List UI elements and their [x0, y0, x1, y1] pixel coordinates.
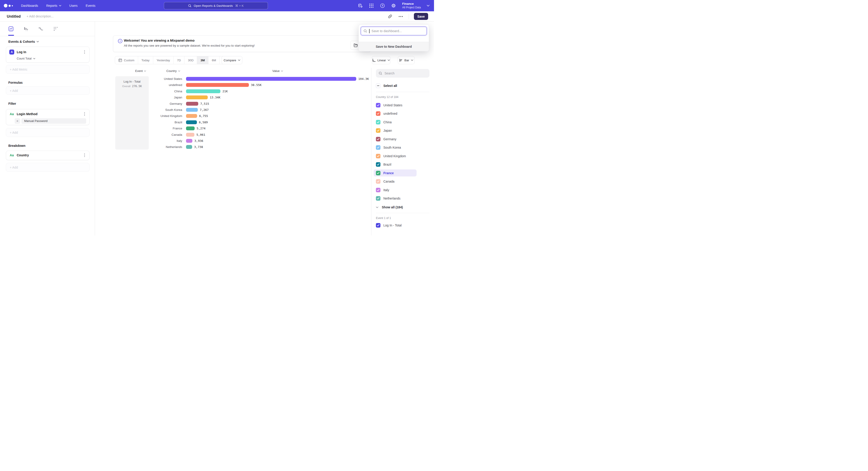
bar-segment[interactable]: [186, 145, 192, 149]
bar-segment[interactable]: [186, 114, 197, 118]
kebab-menu-icon[interactable]: [83, 112, 87, 116]
panel-search-input[interactable]: [384, 71, 423, 75]
add-metric-button[interactable]: + Add Metric: [6, 65, 90, 74]
events-cohorts-header[interactable]: Events & Cohorts: [8, 40, 39, 43]
panel-search-box[interactable]: [376, 69, 430, 78]
more-options-icon[interactable]: [398, 13, 404, 20]
country-filter-item[interactable]: Canada: [376, 177, 430, 186]
save-button[interactable]: Save: [414, 13, 428, 20]
checkbox-checked[interactable]: [376, 154, 380, 158]
global-search-button[interactable]: Open Reports & Dashboards ⌘ + K: [164, 2, 268, 9]
country-filter-item[interactable]: undefined: [376, 110, 430, 118]
dashboard-search-box[interactable]: [361, 27, 427, 35]
tab-retention[interactable]: [53, 26, 58, 31]
nav-item-reports[interactable]: Reports: [46, 4, 61, 7]
bar-segment[interactable]: [186, 133, 194, 137]
bar-segment[interactable]: [186, 83, 249, 87]
copy-link-icon[interactable]: [387, 13, 393, 20]
country-filter-item[interactable]: Japan: [376, 126, 430, 135]
checkbox-indeterminate[interactable]: [376, 84, 380, 88]
filter-card-login-method[interactable]: Aa Login Method = Manual Password: [6, 109, 90, 125]
nav-item-users[interactable]: Users: [69, 4, 78, 7]
bar-segment[interactable]: [186, 102, 198, 106]
filter-value-selector[interactable]: Manual Password: [22, 118, 86, 124]
country-filter-item[interactable]: France: [374, 170, 416, 176]
nav-menu: Dashboards Reports Users Events: [21, 4, 95, 7]
country-filter-label: United States: [383, 104, 402, 107]
bar-segment[interactable]: [186, 126, 195, 130]
bar-segment[interactable]: [186, 77, 356, 81]
scale-selector-button[interactable]: Linear: [372, 56, 391, 64]
checkbox-checked[interactable]: [376, 103, 380, 108]
bar-segment[interactable]: [186, 139, 192, 143]
tab-insights[interactable]: [8, 26, 13, 31]
country-filter-item[interactable]: Netherlands: [376, 194, 430, 203]
filter-header: Filter: [8, 102, 16, 106]
event-filter-item[interactable]: Log In - Total: [376, 223, 430, 228]
settings-gear-icon[interactable]: [391, 3, 396, 8]
show-all-button[interactable]: Show all (184): [376, 205, 430, 209]
bar-value-label: 38.55K: [251, 82, 261, 88]
bar-segment[interactable]: [186, 108, 198, 112]
metric-name: Log In: [17, 50, 83, 54]
project-switcher[interactable]: Finance All Project Data: [402, 2, 430, 9]
report-title[interactable]: Untitled: [7, 14, 21, 19]
panel-divider: [376, 92, 430, 92]
country-filter-item[interactable]: Italy: [376, 186, 430, 194]
filter-operator-selector[interactable]: =: [15, 118, 20, 124]
check-icon: [377, 224, 379, 227]
apps-grid-icon[interactable]: [369, 3, 374, 8]
country-filter-item[interactable]: Germany: [376, 135, 430, 143]
checkbox-checked[interactable]: [376, 137, 380, 141]
save-to-new-dashboard-button[interactable]: Save to New Dashboard: [359, 42, 429, 51]
help-icon[interactable]: ?: [380, 3, 385, 8]
country-filter-label: United Kingdom: [383, 154, 406, 158]
country-filter-item[interactable]: United Kingdom: [376, 152, 430, 160]
checkbox-checked[interactable]: [376, 179, 380, 184]
nav-item-events[interactable]: Events: [86, 4, 95, 7]
country-filter-item[interactable]: China: [376, 118, 430, 126]
tab-flows[interactable]: [38, 26, 43, 31]
event-item-checkbox[interactable]: [376, 223, 380, 228]
checkbox-checked[interactable]: [376, 162, 380, 167]
aggregation-selector[interactable]: Count Total: [17, 57, 35, 60]
checkbox-checked[interactable]: [376, 111, 380, 116]
dashboard-search-input[interactable]: [372, 29, 421, 33]
add-breakdown-button[interactable]: + Add: [6, 163, 90, 172]
bar-value-label: 3,738: [194, 144, 203, 150]
dot-grid-icon: [53, 26, 58, 31]
data-management-icon[interactable]: [358, 3, 363, 8]
add-description-field[interactable]: + Add description...: [26, 14, 53, 18]
tab-funnels[interactable]: [23, 26, 29, 31]
checkbox-checked[interactable]: [376, 128, 380, 133]
select-all-row[interactable]: Select all: [376, 84, 430, 88]
bar-segment[interactable]: [186, 120, 197, 124]
metric-card-log-in[interactable]: A Log In Count Total: [6, 47, 90, 63]
top-navigation-bar: Dashboards Reports Users Events Open Rep…: [0, 0, 434, 11]
kebab-menu-icon[interactable]: [83, 153, 87, 157]
country-filter-label: Brazil: [383, 163, 391, 166]
checkbox-checked[interactable]: [376, 120, 380, 124]
add-formula-button[interactable]: + Add: [6, 86, 90, 95]
country-filter-label: Canada: [383, 180, 395, 183]
checkbox-checked[interactable]: [376, 188, 380, 192]
add-filter-button[interactable]: + Add: [6, 128, 90, 137]
country-filter-label: France: [383, 171, 394, 175]
nav-item-dashboards[interactable]: Dashboards: [21, 4, 38, 7]
breakdown-card-country[interactable]: Aa Country: [6, 151, 90, 160]
chart-type-button[interactable]: Bar: [398, 56, 414, 64]
checkbox-checked[interactable]: [376, 145, 380, 150]
chart-bar-row: Italy3,936: [95, 138, 371, 144]
country-filter-item[interactable]: United States: [376, 101, 430, 110]
checkbox-checked[interactable]: [376, 171, 380, 175]
bar-segment[interactable]: [186, 89, 220, 93]
country-filter-item[interactable]: South Korea: [376, 143, 430, 152]
chart-bar-row: Netherlands3,738: [95, 144, 371, 150]
mixpanel-logo-icon[interactable]: [4, 4, 13, 7]
country-group-label: Country 12 of 184: [376, 95, 430, 99]
kebab-menu-icon[interactable]: [83, 50, 87, 54]
checkbox-checked[interactable]: [376, 196, 380, 201]
country-filter-item[interactable]: Brazil: [376, 160, 430, 169]
bar-segment[interactable]: [186, 95, 208, 99]
chevron-down-icon: [59, 5, 61, 6]
